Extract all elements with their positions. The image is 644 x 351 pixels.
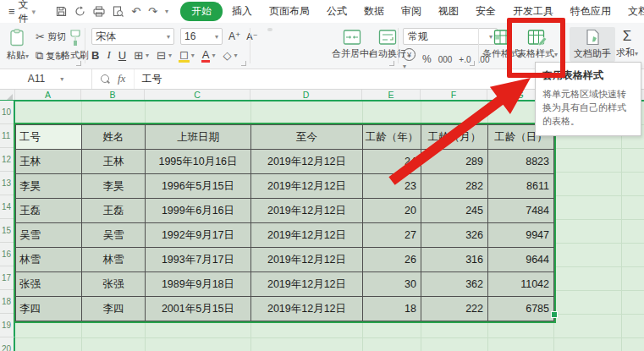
tab-2[interactable]: 插入 [224, 2, 260, 21]
select-all-corner[interactable] [0, 89, 15, 101]
italic-button[interactable]: I [107, 48, 110, 62]
save-icon[interactable] [56, 6, 67, 17]
table-cell[interactable]: 王林 [82, 150, 145, 173]
table-cell[interactable]: 1993年7月17日 [146, 248, 250, 271]
table-cell[interactable]: 林雪 [16, 248, 81, 271]
align-top-button[interactable] [257, 28, 262, 31]
table-cell[interactable]: 李昊 [82, 174, 145, 198]
table-cell[interactable]: 23 [363, 174, 421, 198]
table-cell[interactable]: 6785 [488, 297, 553, 321]
table-cell[interactable]: 1996年5月15日 [146, 174, 250, 198]
row-header-13[interactable]: 13 [0, 172, 15, 195]
align-middle-button[interactable] [267, 28, 272, 31]
table-cell[interactable]: 李昊 [16, 174, 81, 198]
table-cell[interactable]: 2019年12月12日 [251, 150, 362, 173]
number-group-expander[interactable] [470, 61, 475, 66]
table-cell[interactable]: 李四 [82, 297, 145, 321]
active-cell-A11[interactable]: 工号 [16, 125, 81, 149]
table-cell[interactable]: 1992年9月17日 [146, 223, 250, 247]
table-cell[interactable]: 2019年12月12日 [251, 297, 362, 321]
table-cell[interactable]: 1999年6月16日 [146, 199, 250, 222]
percent-button[interactable]: % [422, 53, 432, 65]
table-cell[interactable]: 吴雪 [16, 223, 81, 247]
clear-format-button[interactable]: ◇▾ [223, 49, 237, 62]
table-cell[interactable]: 2019年12月12日 [251, 199, 362, 222]
table-cell[interactable]: 11042 [488, 272, 553, 296]
column-header-E[interactable]: E [362, 89, 421, 101]
row-header-10[interactable]: 10 [0, 101, 15, 124]
row-header-18[interactable]: 18 [0, 290, 15, 314]
formula-input[interactable]: 工号 [135, 72, 162, 86]
redo-icon[interactable]: ↷ [148, 5, 157, 18]
table-cell[interactable]: 吴雪 [82, 223, 145, 247]
row-header-11[interactable]: 11 [0, 124, 15, 148]
table-cell[interactable]: 张强 [16, 272, 81, 296]
row-header-16[interactable]: 16 [0, 243, 15, 266]
table-cell[interactable]: 林雪 [82, 248, 145, 271]
table-cell[interactable]: 王林 [16, 150, 81, 173]
print-preview-icon[interactable] [113, 6, 124, 17]
font-size-select[interactable]: 16▾ [180, 28, 223, 45]
table-cell[interactable]: 20 [363, 199, 421, 222]
table-cell[interactable]: 王磊 [82, 199, 145, 222]
tab-3[interactable]: 页面布局 [261, 2, 317, 21]
alignment-group-expander[interactable] [389, 61, 394, 66]
quickbar-more-icon[interactable]: ▾ [165, 8, 168, 15]
font-color-button[interactable]: A▾ [202, 50, 216, 60]
decrease-indent-button[interactable] [288, 28, 293, 31]
table-cell[interactable]: 2019年12月12日 [251, 223, 362, 247]
table-cell[interactable]: 26 [363, 248, 421, 271]
table-cell[interactable]: 1989年9月18日 [146, 272, 250, 296]
table-cell[interactable]: 222 [421, 297, 487, 321]
name-box[interactable]: A11▾ [0, 69, 92, 89]
increase-indent-button[interactable] [298, 28, 303, 31]
header-cell[interactable]: 上班日期 [146, 125, 250, 149]
tab-7[interactable]: 视图 [431, 2, 466, 21]
table-cell[interactable]: 24 [363, 150, 421, 173]
underline-button[interactable]: U [118, 49, 126, 62]
align-center-button[interactable] [267, 48, 272, 52]
grow-font-button[interactable]: A⁺ [228, 30, 240, 42]
table-cell[interactable]: 2019年12月12日 [251, 174, 362, 198]
table-cell[interactable]: 18 [363, 297, 421, 321]
column-header-C[interactable]: C [145, 89, 250, 101]
font-name-select[interactable]: 宋体▾ [91, 28, 174, 45]
table-cell[interactable]: 245 [421, 199, 487, 222]
row-header-19[interactable]: 19 [0, 314, 15, 337]
align-right-button[interactable] [278, 48, 283, 52]
row-header-20[interactable]: 20 [0, 337, 15, 351]
table-cell[interactable]: 王磊 [16, 199, 81, 222]
table-cell[interactable]: 2001年5月15日 [146, 297, 250, 321]
column-header-A[interactable]: A [15, 89, 81, 101]
table-cell[interactable]: 362 [421, 272, 487, 296]
header-cell[interactable]: 工龄（月） [421, 125, 487, 149]
distribute-button[interactable] [298, 48, 303, 52]
file-menu-button[interactable]: ≡ 文件 ▾ [0, 0, 42, 26]
table-cell[interactable]: 316 [421, 248, 487, 271]
font-group-expander[interactable] [241, 61, 246, 66]
fill-handle[interactable] [551, 311, 558, 318]
currency-button[interactable]: ¥▾ [403, 48, 416, 70]
tab-11[interactable]: 文档助手 [620, 2, 644, 21]
row-header-14[interactable]: 14 [0, 195, 15, 219]
header-cell[interactable]: 至今 [251, 125, 362, 149]
column-header-F[interactable]: F [421, 89, 487, 101]
undo-icon[interactable]: ↶ [131, 5, 140, 18]
tab-4[interactable]: 公式 [319, 2, 355, 21]
table-cell[interactable]: 2019年12月12日 [251, 248, 362, 271]
table-cell[interactable]: 2019年12月12日 [251, 272, 362, 296]
export-pdf-icon[interactable] [74, 6, 85, 17]
bold-button[interactable]: B [91, 49, 99, 62]
align-left-button[interactable] [257, 48, 262, 52]
borders-button[interactable]: ⊞▾ [134, 49, 149, 62]
sum-button[interactable]: Σ 求和▾ [616, 28, 638, 59]
table-cell[interactable]: 张强 [82, 272, 145, 296]
header-cell[interactable]: 工龄（年） [363, 125, 421, 149]
table-cell[interactable]: 27 [363, 223, 421, 247]
justify-button[interactable] [288, 48, 293, 52]
magnifier-icon[interactable] [101, 74, 109, 83]
merge-center-button[interactable]: 合并居中▾ [332, 29, 372, 60]
thousands-button[interactable]: 000 [438, 55, 453, 64]
row-header-15[interactable]: 15 [0, 219, 15, 243]
table-cell[interactable]: 8611 [488, 174, 553, 198]
